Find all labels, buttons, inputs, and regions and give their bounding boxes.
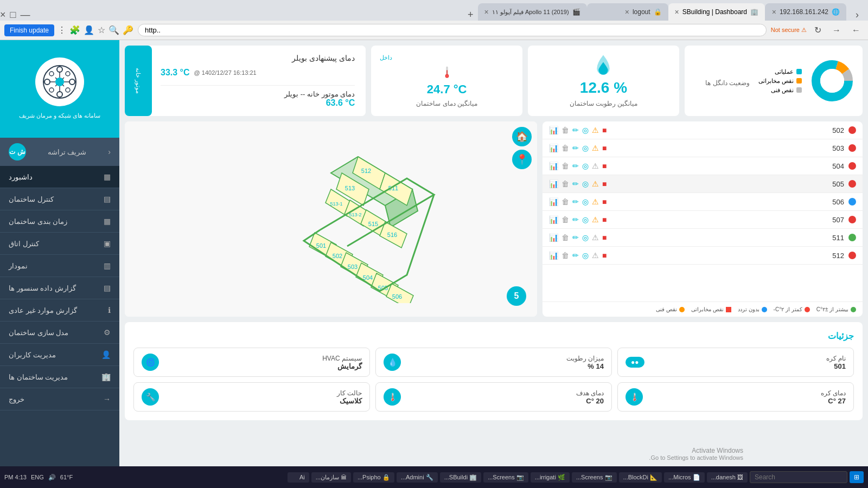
alert-icon-512[interactable]: ⚠ [592, 251, 599, 260]
alert-icon-503[interactable]: ⚠ [592, 144, 599, 152]
extensions-icon[interactable]: 🔑 [123, 25, 133, 35]
chart-icon-504[interactable]: 📊 [549, 162, 558, 170]
edit-icon-512[interactable]: ✏ [572, 251, 579, 260]
tab-dashboard[interactable]: 🏢 SBuilding | Dashboard × [668, 3, 765, 21]
edit-icon-505[interactable]: ✏ [572, 179, 579, 188]
chart-icon-506[interactable]: 📊 [549, 197, 558, 206]
stop-icon-507[interactable]: ■ [602, 215, 607, 224]
location-map-button[interactable]: 📍 [512, 150, 532, 169]
tab-apollo[interactable]: 🎬 Apollo 11 (2019) فیلم آپولو ۱۱ × [478, 3, 587, 21]
alert-icon-506[interactable]: ⚠ [592, 197, 599, 206]
refresh-button[interactable]: ↻ [811, 24, 825, 36]
close-button[interactable]: × [0, 9, 6, 21]
alert-icon-504[interactable]: ⚠ [592, 162, 599, 170]
chart-icon-502[interactable]: 📊 [549, 126, 558, 134]
delete-icon-503[interactable]: 🗑 [561, 144, 569, 152]
chart-icon-503[interactable]: 📊 [549, 144, 558, 152]
new-tab-button[interactable]: + [463, 9, 478, 21]
stop-icon-511[interactable]: ■ [602, 233, 607, 242]
start-button[interactable]: ⊞ [850, 471, 864, 483]
chart-icon-507[interactable]: 📊 [549, 215, 558, 224]
delete-icon-512[interactable]: 🗑 [561, 251, 569, 260]
edit-icon-506[interactable]: ✏ [572, 197, 579, 206]
device-row-504[interactable]: 504 ■ ⚠ ◎ ✏ 🗑 📊 [542, 157, 863, 175]
minimize-button[interactable]: — [20, 9, 30, 21]
sidebar-item-sensor-report[interactable]: ▤ گزارش داده سنسور ها [0, 277, 119, 299]
target-icon-502[interactable]: ◎ [582, 126, 589, 134]
sidebar-collapse-icon[interactable]: ‹ [108, 147, 111, 156]
taskbar-app-block[interactable]: 📐 BlockDi... [619, 472, 662, 483]
device-row-506[interactable]: 506 ■ ⚠ ◎ ✏ 🗑 📊 [542, 193, 863, 211]
tab-close-2[interactable]: × [675, 8, 679, 16]
home-map-button[interactable]: 🏠 [512, 127, 532, 146]
taskbar-app-admin[interactable]: 🔧 Admini... [397, 472, 438, 483]
forward-button[interactable]: → [829, 24, 844, 36]
taskbar-app-psi[interactable]: 🔒 Psipho... [353, 472, 394, 483]
edit-icon-503[interactable]: ✏ [572, 144, 579, 152]
device-row-512[interactable]: 512 ■ ⚠ ◎ ✏ 🗑 📊 [542, 247, 863, 265]
sidebar-item-building-control[interactable]: ▤ کنترل ساختمان [0, 188, 119, 210]
tab-close-4[interactable]: × [484, 8, 489, 16]
taskbar-app-danesh[interactable]: 🖼 danesh... [707, 472, 748, 483]
edit-icon-502[interactable]: ✏ [572, 126, 579, 134]
alert-icon-507[interactable]: ⚠ [592, 215, 599, 224]
stop-icon-502[interactable]: ■ [602, 126, 607, 134]
sidebar-item-scheduling[interactable]: ▦ زمان بندی ساختمان [0, 210, 119, 233]
stop-icon-506[interactable]: ■ [602, 197, 607, 206]
taskbar-app-screen2[interactable]: 📷 Screens... [483, 472, 528, 483]
profile-icon[interactable]: 👤 [84, 25, 94, 35]
device-row-507[interactable]: 507 ■ ⚠ ◎ ✏ 🗑 📊 [542, 211, 863, 229]
sidebar-item-dashboard[interactable]: ▦ داشبورد [0, 166, 119, 188]
edit-icon-504[interactable]: ✏ [572, 162, 579, 170]
sidebar-item-room-control[interactable]: ▣ کنترل اتاق [0, 233, 119, 255]
delete-icon-505[interactable]: 🗑 [561, 179, 569, 188]
sidebar-item-chart[interactable]: ▥ نمودار [0, 255, 119, 277]
delete-icon-506[interactable]: 🗑 [561, 197, 569, 206]
stop-icon-505[interactable]: ■ [602, 179, 607, 188]
target-icon-506[interactable]: ◎ [582, 197, 589, 206]
maximize-button[interactable]: □ [10, 9, 16, 21]
target-icon-505[interactable]: ◎ [582, 179, 589, 188]
tab-close[interactable]: × [772, 8, 776, 16]
tab-logout[interactable]: 🔒 logout × [587, 3, 668, 21]
taskbar-app-screen1[interactable]: 📷 Screens... [572, 472, 617, 483]
taskbar-app-org[interactable]: 🏛 سازمان... [311, 472, 351, 483]
sidebar-item-logout[interactable]: → خروج [0, 388, 119, 410]
alert-icon-505[interactable]: ⚠ [592, 179, 599, 188]
delete-icon-502[interactable]: 🗑 [561, 126, 569, 134]
chart-icon-512[interactable]: 📊 [549, 251, 558, 260]
back-button[interactable]: ← [848, 24, 864, 36]
bookmark-icon[interactable]: ☆ [98, 25, 105, 35]
finish-update-button[interactable]: Finish update [4, 24, 54, 36]
tab-close-3[interactable]: × [625, 8, 629, 16]
delete-icon-504[interactable]: 🗑 [561, 162, 569, 170]
delete-icon-507[interactable]: 🗑 [561, 215, 569, 224]
edit-icon-511[interactable]: ✏ [572, 233, 579, 242]
sidebar-item-abnormal-report[interactable]: ℹ گزارش موارد غیر عادی [0, 299, 119, 322]
url-input[interactable] [138, 24, 767, 36]
taskbar-app-sbuilding[interactable]: 🏢 SBuildi... [440, 472, 481, 483]
target-icon-512[interactable]: ◎ [582, 251, 589, 260]
room-toggle[interactable]: ●● [626, 357, 644, 368]
taskbar-app-ms[interactable]: 📄 Micros... [664, 472, 705, 483]
tab-ip[interactable]: 🌐 192.168.161.242 × [765, 3, 846, 21]
extensions-icon-2[interactable]: 🧩 [69, 25, 80, 35]
stop-icon-512[interactable]: ■ [602, 251, 607, 260]
edit-icon-507[interactable]: ✏ [572, 215, 579, 224]
target-icon-507[interactable]: ◎ [582, 215, 589, 224]
motorhouse-tab[interactable]: موتور خانه [125, 46, 152, 116]
delete-icon-511[interactable]: 🗑 [561, 233, 569, 242]
taskbar-search-input[interactable] [750, 471, 847, 483]
tab-back-nav[interactable]: ‹ [846, 9, 868, 21]
sidebar-item-user-management[interactable]: 👤 مدیریت کاربران [0, 344, 119, 366]
chart-icon-511[interactable]: 📊 [549, 233, 558, 242]
sidebar-item-building-management[interactable]: 🏢 مدیریت ساختمان ها [0, 366, 119, 388]
device-row-505[interactable]: 505 ■ ⚠ ◎ ✏ 🗑 📊 [542, 175, 863, 193]
target-icon-504[interactable]: ◎ [582, 162, 589, 170]
stop-icon-504[interactable]: ■ [602, 162, 607, 170]
alert-icon-502[interactable]: ⚠ [592, 126, 599, 134]
taskbar-app-ai[interactable]: Ai [288, 472, 309, 483]
search-icon[interactable]: 🔍 [108, 25, 119, 35]
chart-icon-505[interactable]: 📊 [549, 179, 558, 188]
taskbar-volume-icon[interactable]: 🔊 [48, 474, 56, 481]
